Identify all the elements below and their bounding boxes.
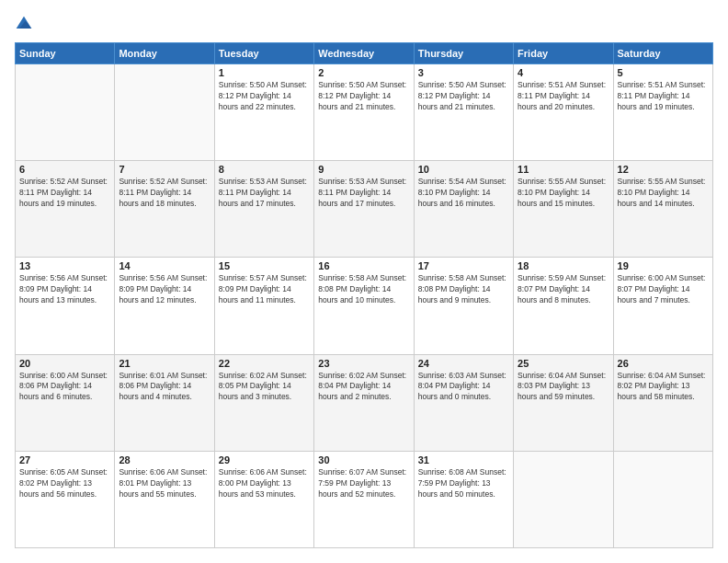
day-info: Sunrise: 6:06 AM Sunset: 8:00 PM Dayligh…	[219, 467, 310, 500]
day-number: 15	[219, 260, 310, 271]
col-sunday: Sunday	[16, 43, 115, 64]
col-thursday: Thursday	[414, 43, 513, 64]
day-number: 17	[418, 260, 509, 271]
table-row: 5Sunrise: 5:51 AM Sunset: 8:11 PM Daylig…	[613, 64, 712, 161]
table-row	[115, 64, 214, 161]
day-number: 25	[518, 358, 609, 369]
day-number: 28	[119, 454, 210, 465]
day-number: 5	[618, 67, 709, 78]
day-number: 1	[219, 67, 310, 78]
table-row: 20Sunrise: 6:00 AM Sunset: 8:06 PM Dayli…	[16, 354, 115, 451]
table-row: 30Sunrise: 6:07 AM Sunset: 7:59 PM Dayli…	[314, 451, 414, 547]
table-row: 2Sunrise: 5:50 AM Sunset: 8:12 PM Daylig…	[314, 64, 414, 161]
table-row	[613, 451, 712, 547]
day-number: 6	[19, 164, 110, 175]
day-info: Sunrise: 6:04 AM Sunset: 8:02 PM Dayligh…	[618, 371, 709, 404]
col-friday: Friday	[514, 43, 613, 64]
day-info: Sunrise: 5:52 AM Sunset: 8:11 PM Dayligh…	[19, 177, 110, 210]
table-row: 31Sunrise: 6:08 AM Sunset: 7:59 PM Dayli…	[414, 451, 513, 547]
calendar-header-row: Sunday Monday Tuesday Wednesday Thursday…	[16, 43, 713, 64]
table-row	[514, 451, 613, 547]
col-tuesday: Tuesday	[214, 43, 313, 64]
day-info: Sunrise: 5:50 AM Sunset: 8:12 PM Dayligh…	[219, 80, 310, 113]
day-info: Sunrise: 5:52 AM Sunset: 8:11 PM Dayligh…	[119, 177, 210, 210]
calendar-week-row: 13Sunrise: 5:56 AM Sunset: 8:09 PM Dayli…	[16, 258, 713, 354]
day-number: 26	[618, 358, 709, 369]
table-row: 27Sunrise: 6:05 AM Sunset: 8:02 PM Dayli…	[16, 451, 115, 547]
day-info: Sunrise: 6:00 AM Sunset: 8:06 PM Dayligh…	[19, 371, 110, 404]
day-info: Sunrise: 5:55 AM Sunset: 8:10 PM Dayligh…	[518, 177, 609, 210]
table-row: 4Sunrise: 5:51 AM Sunset: 8:11 PM Daylig…	[514, 64, 613, 161]
table-row: 22Sunrise: 6:02 AM Sunset: 8:05 PM Dayli…	[214, 354, 313, 451]
header	[15, 15, 713, 33]
col-saturday: Saturday	[613, 43, 712, 64]
day-number: 24	[418, 358, 509, 369]
calendar-table: Sunday Monday Tuesday Wednesday Thursday…	[15, 42, 713, 548]
day-number: 10	[418, 164, 509, 175]
table-row: 15Sunrise: 5:57 AM Sunset: 8:09 PM Dayli…	[214, 258, 313, 354]
table-row: 6Sunrise: 5:52 AM Sunset: 8:11 PM Daylig…	[16, 161, 115, 258]
day-info: Sunrise: 5:56 AM Sunset: 8:09 PM Dayligh…	[119, 273, 210, 306]
day-info: Sunrise: 6:05 AM Sunset: 8:02 PM Dayligh…	[19, 467, 110, 500]
logo-icon	[15, 15, 33, 33]
table-row: 1Sunrise: 5:50 AM Sunset: 8:12 PM Daylig…	[214, 64, 313, 161]
day-info: Sunrise: 6:06 AM Sunset: 8:01 PM Dayligh…	[119, 467, 210, 500]
day-info: Sunrise: 5:50 AM Sunset: 8:12 PM Dayligh…	[418, 80, 509, 113]
table-row: 12Sunrise: 5:55 AM Sunset: 8:10 PM Dayli…	[613, 161, 712, 258]
table-row: 24Sunrise: 6:03 AM Sunset: 8:04 PM Dayli…	[414, 354, 513, 451]
table-row: 21Sunrise: 6:01 AM Sunset: 8:06 PM Dayli…	[115, 354, 214, 451]
day-number: 13	[19, 260, 110, 271]
day-number: 14	[119, 260, 210, 271]
day-info: Sunrise: 5:51 AM Sunset: 8:11 PM Dayligh…	[618, 80, 709, 113]
table-row: 28Sunrise: 6:06 AM Sunset: 8:01 PM Dayli…	[115, 451, 214, 547]
day-number: 12	[618, 164, 709, 175]
day-info: Sunrise: 6:00 AM Sunset: 8:07 PM Dayligh…	[618, 273, 709, 306]
day-number: 11	[518, 164, 609, 175]
day-info: Sunrise: 6:02 AM Sunset: 8:05 PM Dayligh…	[219, 371, 310, 404]
day-number: 16	[318, 260, 409, 271]
day-info: Sunrise: 5:55 AM Sunset: 8:10 PM Dayligh…	[618, 177, 709, 210]
calendar-week-row: 20Sunrise: 6:00 AM Sunset: 8:06 PM Dayli…	[16, 354, 713, 451]
day-number: 29	[219, 454, 310, 465]
table-row: 3Sunrise: 5:50 AM Sunset: 8:12 PM Daylig…	[414, 64, 513, 161]
day-info: Sunrise: 5:57 AM Sunset: 8:09 PM Dayligh…	[219, 273, 310, 306]
day-info: Sunrise: 5:50 AM Sunset: 8:12 PM Dayligh…	[318, 80, 409, 113]
table-row: 16Sunrise: 5:58 AM Sunset: 8:08 PM Dayli…	[314, 258, 414, 354]
table-row: 7Sunrise: 5:52 AM Sunset: 8:11 PM Daylig…	[115, 161, 214, 258]
day-info: Sunrise: 5:59 AM Sunset: 8:07 PM Dayligh…	[518, 273, 609, 306]
calendar-week-row: 27Sunrise: 6:05 AM Sunset: 8:02 PM Dayli…	[16, 451, 713, 547]
day-number: 23	[318, 358, 409, 369]
day-number: 7	[119, 164, 210, 175]
table-row: 29Sunrise: 6:06 AM Sunset: 8:00 PM Dayli…	[214, 451, 313, 547]
day-info: Sunrise: 6:02 AM Sunset: 8:04 PM Dayligh…	[318, 371, 409, 404]
day-info: Sunrise: 5:51 AM Sunset: 8:11 PM Dayligh…	[518, 80, 609, 113]
table-row: 19Sunrise: 6:00 AM Sunset: 8:07 PM Dayli…	[613, 258, 712, 354]
calendar-week-row: 6Sunrise: 5:52 AM Sunset: 8:11 PM Daylig…	[16, 161, 713, 258]
day-info: Sunrise: 6:01 AM Sunset: 8:06 PM Dayligh…	[119, 371, 210, 404]
calendar-week-row: 1Sunrise: 5:50 AM Sunset: 8:12 PM Daylig…	[16, 64, 713, 161]
day-info: Sunrise: 6:08 AM Sunset: 7:59 PM Dayligh…	[418, 467, 509, 500]
day-info: Sunrise: 5:53 AM Sunset: 8:11 PM Dayligh…	[318, 177, 409, 210]
day-number: 31	[418, 454, 509, 465]
logo	[15, 15, 37, 33]
day-number: 8	[219, 164, 310, 175]
table-row: 25Sunrise: 6:04 AM Sunset: 8:03 PM Dayli…	[514, 354, 613, 451]
day-number: 20	[19, 358, 110, 369]
day-info: Sunrise: 5:58 AM Sunset: 8:08 PM Dayligh…	[418, 273, 509, 306]
day-info: Sunrise: 6:04 AM Sunset: 8:03 PM Dayligh…	[518, 371, 609, 404]
day-number: 9	[318, 164, 409, 175]
day-number: 4	[518, 67, 609, 78]
day-number: 21	[119, 358, 210, 369]
table-row: 13Sunrise: 5:56 AM Sunset: 8:09 PM Dayli…	[16, 258, 115, 354]
table-row: 26Sunrise: 6:04 AM Sunset: 8:02 PM Dayli…	[613, 354, 712, 451]
table-row: 17Sunrise: 5:58 AM Sunset: 8:08 PM Dayli…	[414, 258, 513, 354]
table-row: 14Sunrise: 5:56 AM Sunset: 8:09 PM Dayli…	[115, 258, 214, 354]
day-info: Sunrise: 5:56 AM Sunset: 8:09 PM Dayligh…	[19, 273, 110, 306]
table-row	[16, 64, 115, 161]
day-info: Sunrise: 6:07 AM Sunset: 7:59 PM Dayligh…	[318, 467, 409, 500]
table-row: 11Sunrise: 5:55 AM Sunset: 8:10 PM Dayli…	[514, 161, 613, 258]
day-info: Sunrise: 5:58 AM Sunset: 8:08 PM Dayligh…	[318, 273, 409, 306]
day-number: 18	[518, 260, 609, 271]
table-row: 8Sunrise: 5:53 AM Sunset: 8:11 PM Daylig…	[214, 161, 313, 258]
day-info: Sunrise: 6:03 AM Sunset: 8:04 PM Dayligh…	[418, 371, 509, 404]
